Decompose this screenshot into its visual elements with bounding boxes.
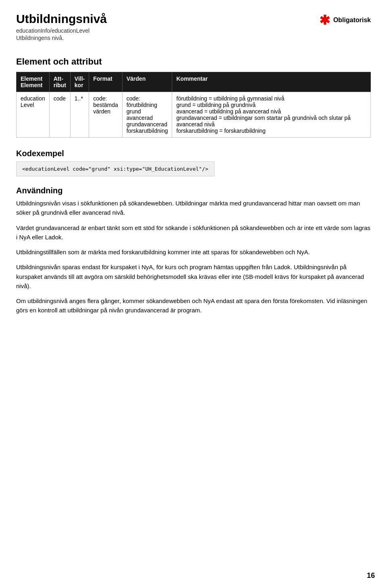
element-table: ElementElement Att-ribut Vill-kor Format…	[16, 72, 371, 138]
cell-format: code:bestämdavärden	[89, 92, 122, 138]
anvandning-heading: Användning	[16, 186, 371, 195]
subtitle: Utbildningens nivå.	[16, 35, 107, 41]
body-paragraph: Utbildningstillfällen som är märkta med …	[16, 247, 371, 257]
col-kommentar: Kommentar	[172, 72, 371, 92]
body-paragraph: Utbildningsnivån sparas endast för kursp…	[16, 262, 371, 291]
anvandning-paragraphs: Utbildningsnivån visas i sökfunktionen p…	[16, 199, 371, 315]
col-varden: Värden	[122, 72, 172, 92]
breadcrumb: educationInfo/educationLevel	[16, 27, 107, 34]
col-element: ElementElement	[17, 72, 50, 92]
cell-kommentar: förutbildning = utbildning på gymnasial …	[172, 92, 371, 138]
title-block: Utbildningsnivå educationInfo/educationL…	[16, 12, 107, 49]
asterisk-icon: ✱	[319, 14, 330, 27]
cell-element: educationLevel	[17, 92, 50, 138]
col-format: Format	[89, 72, 122, 92]
body-paragraph: Om utbildningsnivå anges flera gånger, k…	[16, 296, 371, 315]
table-row: educationLevel code 1..* code:bestämdavä…	[17, 92, 371, 138]
cell-villkor: 1..*	[70, 92, 89, 138]
body-paragraph: Utbildningsnivån visas i sökfunktionen p…	[16, 199, 371, 218]
obligatorisk-badge: ✱ Obligatorisk	[319, 14, 371, 27]
code-block: <educationLevel code="grund" xsi:type="U…	[16, 161, 214, 176]
section-heading-element: Element och attribut	[16, 56, 371, 67]
badge-label: Obligatorisk	[333, 17, 371, 24]
page-title: Utbildningsnivå	[16, 12, 107, 26]
body-paragraph: Värdet grundavancerad är enbart tänkt so…	[16, 223, 371, 242]
col-attribut: Att-ribut	[49, 72, 70, 92]
page-header: Utbildningsnivå educationInfo/educationL…	[16, 12, 371, 49]
kodexempel-heading: Kodexempel	[16, 149, 371, 158]
cell-attribut: code	[49, 92, 70, 138]
cell-varden: code:förutbildninggrundavanceradgrundava…	[122, 92, 172, 138]
col-villkor: Vill-kor	[70, 72, 89, 92]
